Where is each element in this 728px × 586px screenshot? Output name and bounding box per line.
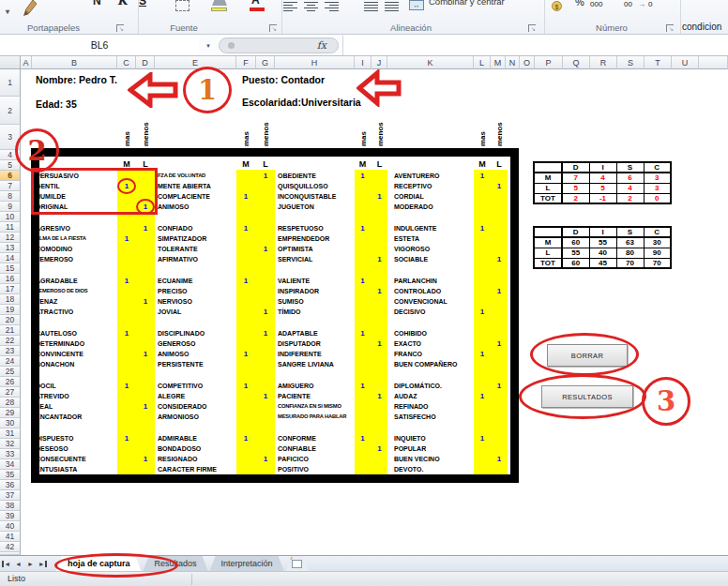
mark-cell[interactable]: 1 <box>236 223 255 233</box>
adjective-cell[interactable]: INCONQUISTABLE <box>278 191 355 202</box>
row-header-18[interactable]: 18 <box>0 294 21 305</box>
adjective-cell[interactable]: RESPETUOSO <box>278 223 355 233</box>
align-center-icon[interactable] <box>304 0 318 11</box>
adjective-cell[interactable]: DETERMINADO <box>36 338 116 349</box>
column-header-T[interactable]: T <box>645 56 672 69</box>
row-header-8[interactable]: 8 <box>0 191 21 202</box>
adjective-cell[interactable]: ADAPTABLE <box>278 328 355 338</box>
mark-cell[interactable]: 1 <box>491 286 508 296</box>
column-header-partial[interactable] <box>699 56 728 69</box>
adjective-cell[interactable]: JUGUETON <box>278 202 355 212</box>
row-header-10[interactable]: 10 <box>0 212 21 222</box>
merge-center-label[interactable]: Combinar y centrar <box>429 0 505 7</box>
row-header-14[interactable]: 14 <box>0 253 21 263</box>
thousands-format-icon[interactable]: 000 <box>590 0 602 11</box>
adjective-cell[interactable]: CONVINCENTE <box>36 349 116 359</box>
score-value-cell[interactable]: 60 <box>562 258 589 268</box>
adjective-cell[interactable]: AGRADABLE <box>36 276 116 286</box>
percent-format-icon[interactable]: % <box>575 0 584 8</box>
mark-cell[interactable]: 1 <box>372 338 387 349</box>
mark-cell[interactable]: 1 <box>256 307 275 317</box>
column-header-A[interactable]: A <box>21 56 32 69</box>
column-header-N[interactable]: N <box>506 56 520 69</box>
column-header-S[interactable]: S <box>617 56 645 69</box>
adjective-cell[interactable]: ARMONIOSO <box>158 412 235 422</box>
mark-cell[interactable]: 1 <box>136 401 155 412</box>
column-header-I[interactable]: I <box>355 56 372 69</box>
adjective-cell[interactable]: PARLANCHIN <box>394 276 473 286</box>
adjective-cell[interactable]: DISPUESTO <box>36 433 116 443</box>
adjective-cell[interactable]: DIPLOMÁTICO. <box>394 381 473 391</box>
adjective-cell[interactable]: AGRESIVO <box>36 223 116 233</box>
row-header-40[interactable]: 40 <box>0 521 21 532</box>
row-header-21[interactable]: 21 <box>0 325 21 336</box>
adjective-cell[interactable]: CONFORME <box>278 433 355 443</box>
column-header-G[interactable]: G <box>256 56 275 69</box>
column-header-M[interactable]: M <box>491 56 506 69</box>
score-value-cell[interactable]: 2 <box>616 193 644 203</box>
score-value-cell[interactable]: 60 <box>562 237 589 248</box>
score-value-cell[interactable]: 90 <box>644 248 671 258</box>
adjective-cell[interactable]: RESIGNADO <box>158 454 235 464</box>
row-header-7[interactable]: 7 <box>0 181 21 191</box>
adjective-cell[interactable]: VIGOROSO <box>394 244 473 254</box>
row-header-4[interactable]: 4 <box>0 150 21 160</box>
name-box-dropdown-icon[interactable]: ▾ <box>199 36 218 55</box>
mark-cell[interactable]: 1 <box>256 391 275 401</box>
adjective-cell[interactable]: EMPRENDEDOR <box>278 233 355 244</box>
adjective-cell[interactable]: OPTIMISTA <box>278 244 355 254</box>
row-header-36[interactable]: 36 <box>0 480 21 490</box>
adjective-cell[interactable]: ENTUSIASTA <box>36 464 116 474</box>
mark-cell[interactable]: 1 <box>117 233 136 244</box>
mark-cell[interactable]: 1 <box>491 381 508 391</box>
column-header-F[interactable]: F <box>236 56 256 69</box>
mark-cell[interactable]: 1 <box>136 202 155 212</box>
row-header-9[interactable]: 9 <box>0 202 21 212</box>
first-sheet-icon[interactable]: ◄ <box>0 556 12 571</box>
mark-cell[interactable]: 1 <box>236 276 255 286</box>
score-value-cell[interactable]: 40 <box>589 248 616 258</box>
adjective-cell[interactable]: INSPIRADOR <box>278 286 355 296</box>
alineacion-dialog-launcher-icon[interactable]: ↘ <box>528 24 536 32</box>
mark-cell[interactable]: 1 <box>355 381 371 391</box>
tab-interpretaci-n[interactable]: Interpretación <box>210 556 284 571</box>
adjective-cell[interactable]: CORDIAL <box>394 191 473 202</box>
score-value-cell[interactable]: 70 <box>644 258 671 268</box>
mark-cell[interactable]: 1 <box>256 328 275 338</box>
tab-hoja-de-captura[interactable]: hoja de captura <box>56 556 142 571</box>
adjective-cell[interactable]: BUEN VECINO <box>394 454 473 464</box>
currency-format-icon[interactable]: $ <box>552 1 562 11</box>
increase-decimal-icon[interactable]: 00 <box>624 0 632 11</box>
row-header-23[interactable]: 23 <box>0 346 21 356</box>
mark-cell[interactable]: 1 <box>474 307 491 317</box>
adjective-cell[interactable]: BONDADOSO <box>158 443 235 454</box>
row-header-30[interactable]: 30 <box>0 418 21 428</box>
row-header-35[interactable]: 35 <box>0 470 21 480</box>
numero-dialog-launcher-icon[interactable]: ↘ <box>666 24 674 32</box>
adjective-cell[interactable]: INDULGENTE <box>394 223 473 233</box>
score-value-cell[interactable]: 3 <box>644 183 671 193</box>
mark-cell[interactable]: 1 <box>117 433 136 443</box>
adjective-cell[interactable]: NERVIOSO <box>158 296 235 307</box>
adjective-cell[interactable]: AVENTURERO <box>394 171 473 181</box>
mark-cell[interactable]: 1 <box>236 433 255 443</box>
adjective-cell[interactable]: CONFIADO <box>158 223 235 233</box>
adjective-cell[interactable]: JOVIAL <box>158 307 235 317</box>
row-header-12[interactable]: 12 <box>0 233 21 243</box>
adjective-cell[interactable]: DECISIVO <box>394 307 473 317</box>
row-header-17[interactable]: 17 <box>0 284 21 294</box>
mark-cell[interactable]: 1 <box>491 454 508 464</box>
row-header-24[interactable]: 24 <box>0 356 21 367</box>
align-right-icon[interactable] <box>325 0 339 11</box>
mark-cell[interactable]: 1 <box>236 381 255 391</box>
adjective-cell[interactable]: PRECISO <box>158 286 235 296</box>
adjective-cell[interactable]: SUMISO <box>278 296 355 307</box>
score-value-cell[interactable]: 2 <box>562 193 589 203</box>
adjective-cell[interactable]: SIMPATIZADOR <box>158 233 235 244</box>
mark-cell[interactable]: 1 <box>136 296 155 307</box>
adjective-cell[interactable]: OBEDIENTE <box>278 171 355 181</box>
adjective-cell[interactable]: CONFIABLE <box>278 443 355 454</box>
adjective-cell[interactable]: HUMILDE <box>36 191 116 202</box>
row-header-31[interactable]: 31 <box>0 428 21 439</box>
adjective-cell[interactable]: PERSUASIVO <box>36 171 116 181</box>
